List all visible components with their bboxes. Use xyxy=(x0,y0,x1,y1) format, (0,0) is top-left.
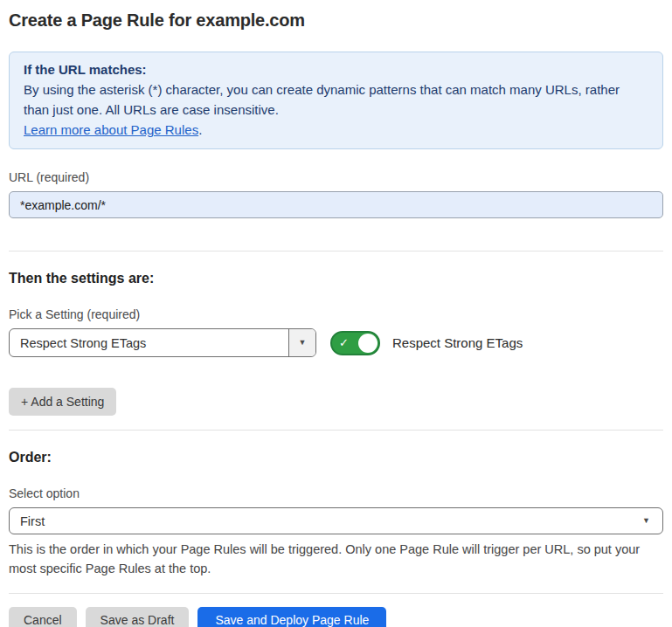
url-field-label: URL (required) xyxy=(9,170,663,184)
page-rule-form: Create a Page Rule for example.com If th… xyxy=(0,10,672,627)
order-select-label: Select option xyxy=(9,486,663,500)
setting-select-arrow-button[interactable]: ▼ xyxy=(288,329,315,356)
order-help-text: This is the order in which your Page Rul… xyxy=(9,540,663,578)
order-select-value: First xyxy=(20,514,45,528)
setting-select[interactable]: Respect Strong ETags ▼ xyxy=(9,328,316,357)
setting-row: Respect Strong ETags ▼ ✓ Respect Strong … xyxy=(9,328,663,357)
save-as-draft-button[interactable]: Save as Draft xyxy=(86,607,190,627)
footer-actions: Cancel Save as Draft Save and Deploy Pag… xyxy=(9,607,663,627)
check-icon: ✓ xyxy=(339,336,349,349)
divider xyxy=(9,251,663,251)
pick-setting-label: Pick a Setting (required) xyxy=(9,307,663,321)
cancel-button[interactable]: Cancel xyxy=(9,607,77,627)
info-box-body: By using the asterisk (*) character, you… xyxy=(24,79,648,140)
link-suffix: . xyxy=(198,122,202,137)
divider xyxy=(9,593,663,594)
setting-toggle[interactable]: ✓ xyxy=(330,331,380,355)
chevron-down-icon: ▼ xyxy=(299,339,307,347)
toggle-knob xyxy=(358,334,378,353)
toggle-label: Respect Strong ETags xyxy=(392,335,523,350)
url-input[interactable] xyxy=(9,191,663,218)
url-match-info-box: If the URL matches: By using the asteris… xyxy=(9,52,663,149)
page-title: Create a Page Rule for example.com xyxy=(9,10,663,31)
chevron-down-icon: ▼ xyxy=(642,517,650,525)
info-box-body-text: By using the asterisk (*) character, you… xyxy=(24,82,620,117)
info-box-heading: If the URL matches: xyxy=(24,59,648,79)
save-and-deploy-button[interactable]: Save and Deploy Page Rule xyxy=(197,607,386,627)
add-setting-button[interactable]: + Add a Setting xyxy=(9,388,116,416)
setting-select-value: Respect Strong ETags xyxy=(10,329,288,356)
order-select[interactable]: First ▼ xyxy=(9,507,663,534)
order-section-heading: Order: xyxy=(9,450,663,465)
settings-section-heading: Then the settings are: xyxy=(9,271,663,286)
divider xyxy=(9,430,663,431)
learn-more-link[interactable]: Learn more about Page Rules xyxy=(24,122,198,137)
